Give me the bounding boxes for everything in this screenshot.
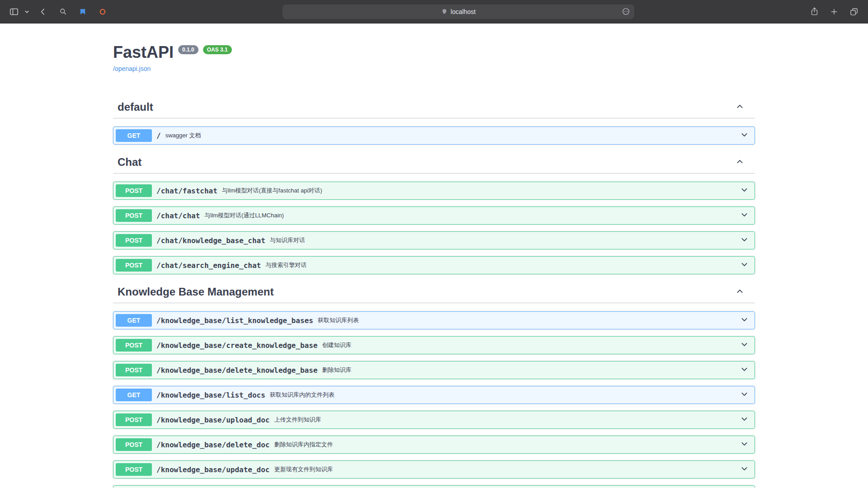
chevron-down-icon — [741, 131, 748, 140]
operation-row[interactable]: POST /knowledge_base/upload_doc 上传文件到知识库 — [113, 411, 755, 429]
section-header[interactable]: default — [113, 96, 755, 118]
swagger-page: FastAPI 0.1.0 OAS 3.1 /openapi.json defa… — [0, 23, 868, 488]
operation-expand-button[interactable] — [740, 234, 752, 247]
operation-row[interactable]: GET / swagger 文档 — [113, 127, 755, 145]
section-header[interactable]: Knowledge Base Management — [113, 281, 755, 303]
chevron-down-icon — [741, 366, 748, 375]
chevron-down-icon — [741, 440, 748, 449]
search-icon — [59, 7, 67, 16]
operation-expand-button[interactable] — [740, 463, 752, 476]
chevron-up-icon — [736, 103, 744, 112]
chevron-down-icon — [741, 390, 748, 399]
operation-row[interactable]: POST /chat/chat 与llm模型对话(通过LLMChain) — [113, 206, 755, 225]
operation-path: /knowledge_base/update_doc — [152, 465, 274, 474]
section-collapse-button[interactable] — [733, 286, 746, 298]
operation-expand-button[interactable] — [740, 364, 752, 376]
operation-expand-button[interactable] — [740, 314, 752, 327]
operation-path: /knowledge_base/create_knowledge_base — [152, 341, 322, 350]
method-badge: POST — [116, 339, 152, 352]
method-badge: POST — [116, 413, 152, 426]
api-section: Knowledge Base Management GET /knowledge… — [113, 281, 755, 488]
operation-description: 与llm模型对话(直接与fastchat api对话) — [222, 187, 740, 195]
operation-expand-button[interactable] — [740, 129, 752, 142]
operation-path: /knowledge_base/delete_doc — [152, 441, 274, 449]
extension-blue-button[interactable] — [75, 5, 90, 19]
section-collapse-button[interactable] — [733, 156, 746, 169]
operation-description: 与llm模型对话(通过LLMChain) — [204, 211, 740, 220]
operation-row[interactable]: POST /knowledge_base/recreate_vector_sto… — [113, 485, 755, 488]
back-icon — [38, 7, 47, 16]
operation-description: 更新现有文件到知识库 — [274, 465, 740, 474]
operation-description: 与知识库对话 — [270, 236, 740, 244]
search-button[interactable] — [55, 5, 71, 19]
extension-orange-button[interactable] — [95, 5, 110, 19]
operation-path: /knowledge_base/list_knowledge_bases — [152, 316, 318, 325]
operations-list: GET /knowledge_base/list_knowledge_bases… — [113, 311, 755, 488]
chevron-down-icon — [741, 261, 748, 270]
tab-group-chevron-button[interactable] — [23, 5, 31, 19]
new-tab-button[interactable] — [826, 5, 842, 19]
operation-row[interactable]: POST /knowledge_base/delete_doc 删除知识库内指定… — [113, 436, 755, 454]
operation-expand-button[interactable] — [740, 339, 752, 352]
operation-row[interactable]: GET /knowledge_base/list_knowledge_bases… — [113, 311, 755, 329]
section-title: Knowledge Base Management — [118, 286, 274, 298]
chevron-down-icon — [741, 415, 748, 424]
address-bar[interactable]: localhost — [283, 5, 634, 19]
operation-description: 获取知识库内的文件列表 — [270, 391, 740, 399]
operation-expand-button[interactable] — [740, 438, 752, 451]
operations-list: POST /chat/fastchat 与llm模型对话(直接与fastchat… — [113, 182, 755, 274]
page-menu-button[interactable] — [620, 6, 631, 17]
operation-expand-button[interactable] — [740, 184, 752, 197]
method-badge: POST — [116, 209, 152, 222]
sections: default GET / swagger 文档 Chat — [113, 96, 755, 488]
operation-row[interactable]: POST /knowledge_base/update_doc 更新现有文件到知… — [113, 460, 755, 479]
operation-path: /knowledge_base/list_docs — [152, 391, 270, 399]
operations-list: GET / swagger 文档 — [113, 127, 755, 145]
operation-description: 删除知识库内指定文件 — [274, 441, 740, 449]
share-button[interactable] — [807, 5, 822, 19]
back-button[interactable] — [35, 5, 51, 19]
operation-path: /chat/chat — [152, 211, 204, 220]
section-collapse-button[interactable] — [733, 101, 746, 113]
method-badge: POST — [116, 234, 152, 247]
plus-icon — [830, 8, 838, 16]
operation-expand-button[interactable] — [740, 413, 752, 426]
operation-row[interactable]: POST /knowledge_base/create_knowledge_ba… — [113, 336, 755, 354]
operation-expand-button[interactable] — [740, 389, 752, 401]
section-title: Chat — [118, 156, 142, 169]
oas-badge: OAS 3.1 — [203, 45, 232, 54]
chevron-down-icon — [741, 465, 748, 474]
operation-row[interactable]: POST /knowledge_base/delete_knowledge_ba… — [113, 361, 755, 379]
sidebar-icon — [9, 7, 19, 17]
openapi-spec-link[interactable]: /openapi.json — [113, 65, 151, 72]
operation-row[interactable]: GET /knowledge_base/list_docs 获取知识库内的文件列… — [113, 386, 755, 404]
operation-description: 上传文件到知识库 — [274, 416, 740, 424]
sidebar-toggle-button[interactable] — [6, 5, 22, 19]
method-badge: GET — [116, 129, 152, 142]
method-badge: POST — [116, 364, 152, 376]
operation-expand-button[interactable] — [740, 259, 752, 272]
method-badge: GET — [116, 314, 152, 327]
operation-description: swagger 文档 — [165, 131, 740, 140]
operation-path: /chat/fastchat — [152, 187, 222, 195]
api-info: FastAPI 0.1.0 OAS 3.1 /openapi.json — [113, 42, 755, 73]
operation-description: 获取知识库列表 — [318, 316, 740, 324]
operation-row[interactable]: POST /chat/search_engine_chat 与搜索引擎对话 — [113, 256, 755, 274]
tab-overview-button[interactable] — [846, 5, 862, 19]
browser-toolbar: localhost — [0, 0, 868, 23]
share-icon — [810, 7, 819, 16]
operation-row[interactable]: POST /chat/knowledge_base_chat 与知识库对话 — [113, 231, 755, 249]
extension-blue-icon — [79, 8, 87, 16]
extension-orange-icon — [99, 8, 107, 16]
operation-path: / — [152, 131, 165, 140]
operation-description: 创建知识库 — [322, 341, 740, 349]
section-header[interactable]: Chat — [113, 151, 755, 174]
operation-expand-button[interactable] — [740, 209, 752, 222]
chevron-down-icon — [741, 186, 748, 195]
method-badge: GET — [116, 389, 152, 401]
chevron-down-icon — [24, 9, 29, 14]
operation-row[interactable]: POST /chat/fastchat 与llm模型对话(直接与fastchat… — [113, 182, 755, 200]
method-badge: POST — [116, 184, 152, 197]
operation-path: /knowledge_base/delete_knowledge_base — [152, 366, 322, 375]
method-badge: POST — [116, 463, 152, 476]
